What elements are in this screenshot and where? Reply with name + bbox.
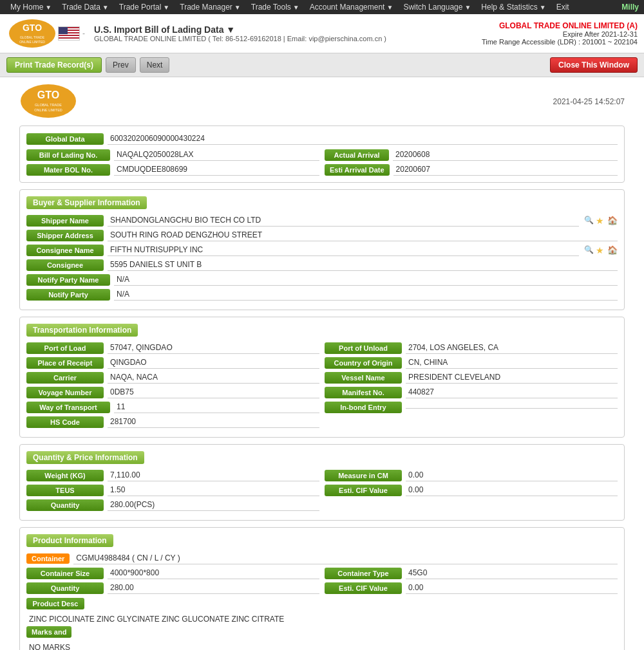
consignee-row: Consignee 5595 DANIELS ST UNIT B	[26, 259, 618, 271]
nav-trade-manager[interactable]: Trade Manager▼	[175, 1, 246, 13]
quantity-price-section: Quantity & Price Information Weight (KG)…	[19, 444, 625, 521]
buyer-supplier-title: Buyer & Supplier Information	[26, 196, 147, 209]
measure-in-cm-label: Measure in CM	[325, 470, 402, 481]
svg-text:GLOBAL TRADE: GLOBAL TRADE	[35, 103, 62, 107]
vessel-name-value: PRESIDENT CLEVELAND	[406, 371, 618, 384]
container-value: CGMU4988484 ( CN / L / CY )	[73, 552, 618, 564]
svg-text:GTO: GTO	[22, 23, 41, 33]
esti-cif-label: Esti. CIF Value	[325, 485, 402, 496]
nav-exit[interactable]: Exit	[551, 1, 574, 13]
voyage-number-value: 0DB75	[108, 386, 319, 398]
consignee-icons: 🔍 ★ 🏠	[582, 245, 618, 255]
shipper-address-label: Shipper Address	[26, 230, 104, 241]
document-timestamp: 2021-04-25 14:52:07	[553, 97, 625, 106]
marks-label: Marks and	[26, 626, 71, 638]
measure-in-cm-value: 0.00	[406, 469, 618, 481]
actual-arrival-value: 20200608	[393, 149, 618, 161]
main-content: GTO GLOBAL TRADE ONLINE LIMITED 2021-04-…	[0, 77, 644, 650]
quantity-price-title: Quantity & Price Information	[26, 451, 144, 464]
global-data-section: Global Data 6003202006090000430224 Bill …	[19, 125, 625, 183]
way-of-transport-value: 11	[114, 401, 319, 413]
bol-label: Bill of Lading No.	[26, 149, 110, 161]
in-bond-entry-value	[406, 405, 618, 409]
svg-text:ONLINE LIMITED: ONLINE LIMITED	[34, 108, 62, 112]
notify-party-name-label: Notify Party Name	[26, 274, 110, 286]
top-toolbar: Print Trade Record(s) Prev Next Close Th…	[0, 53, 644, 77]
consignee-home-icon[interactable]: 🏠	[607, 245, 618, 255]
shipper-star-icon[interactable]: ★	[596, 216, 606, 226]
dropdown-arrow[interactable]: ▼	[226, 24, 235, 35]
in-bond-entry-label: In-bond Entry	[325, 402, 402, 413]
place-of-receipt-value: QINGDAO	[108, 357, 319, 369]
shipper-icons: 🔍 ★ 🏠	[582, 216, 618, 226]
print-button-top[interactable]: Print Trade Record(s)	[6, 57, 102, 73]
vessel-name-label: Vessel Name	[325, 372, 402, 384]
product-section: Product Information Container CGMU498848…	[19, 527, 625, 650]
transportation-section: Transportation Information Port of Load …	[19, 317, 625, 438]
quantity-value-qp: 280.00(PCS)	[108, 499, 319, 511]
mater-bol-label: Mater BOL No.	[26, 164, 110, 176]
way-of-transport-label: Way of Transport	[26, 402, 110, 413]
nav-help-statistics[interactable]: Help & Statistics▼	[476, 1, 551, 13]
header-title: U.S. Import Bill of Lading Data ▼ GLOBAL…	[94, 24, 482, 42]
container-size-label: Container Size	[26, 568, 104, 579]
next-button-top[interactable]: Next	[140, 57, 170, 73]
svg-text:ONLINE LIMITED: ONLINE LIMITED	[19, 40, 45, 44]
global-data-value: 6003202006090000430224	[108, 133, 618, 145]
manifest-no-value: 440827	[406, 386, 618, 398]
svg-rect-14	[59, 39, 80, 40]
country-of-origin-value: CN, CHINA	[406, 357, 618, 369]
shipper-name-label: Shipper Name	[26, 215, 104, 227]
place-of-receipt-label: Place of Receipt	[26, 357, 104, 369]
doc-logo: GTO GLOBAL TRADE ONLINE LIMITED	[19, 84, 77, 119]
product-title: Product Information	[26, 534, 113, 547]
product-desc-label: Product Desc	[26, 598, 84, 609]
product-esti-cif-value: 0.00	[406, 582, 618, 594]
manifest-no-label: Manifest No.	[325, 387, 402, 398]
product-quantity-label: Quantity	[26, 582, 104, 594]
page-header: GTO GLOBAL TRADE ONLINE LIMITED - U.S. I…	[0, 14, 644, 53]
notify-party-row: Notify Party N/A	[26, 288, 618, 301]
close-button-top[interactable]: Close This Window	[550, 57, 638, 73]
shipper-address-value: SOUTH RING ROAD DENGZHOU STREET	[108, 229, 618, 241]
port-of-load-label: Port of Load	[26, 342, 104, 354]
gto-logo: GTO GLOBAL TRADE ONLINE LIMITED	[6, 17, 58, 50]
company-name: GLOBAL TRADE ONLINE LIMITED (A)	[482, 21, 638, 30]
nav-switch-language[interactable]: Switch Language▼	[398, 1, 476, 13]
consignee-label: Consignee	[26, 259, 104, 271]
container-badge: Container	[26, 553, 70, 564]
consignee-value: 5595 DANIELS ST UNIT B	[108, 259, 618, 271]
document-header: GTO GLOBAL TRADE ONLINE LIMITED 2021-04-…	[19, 84, 625, 119]
hs-code-label: HS Code	[26, 416, 104, 428]
page-title: U.S. Import Bill of Lading Data ▼	[94, 24, 482, 35]
container-type-label: Container Type	[325, 568, 402, 579]
voyage-number-label: Voyage Number	[26, 387, 104, 398]
shipper-name-row: Shipper Name SHANDONGLANGCHU BIO TECH CO…	[26, 214, 618, 227]
hs-code-value: 281700	[108, 416, 319, 428]
carrier-value: NAQA, NACA	[108, 371, 319, 384]
consignee-star-icon[interactable]: ★	[596, 245, 606, 255]
user-name: Milly	[621, 3, 639, 12]
time-range-info: Time Range Accessible (LDR) : 201001 ~ 2…	[482, 38, 638, 46]
port-of-load-value: 57047, QINGDAO	[108, 342, 319, 354]
nav-trade-portal[interactable]: Trade Portal▼	[114, 1, 175, 13]
nav-trade-tools[interactable]: Trade Tools▼	[246, 1, 305, 13]
esti-arrival-label: Esti Arrival Date	[325, 164, 390, 176]
prev-button-top[interactable]: Prev	[106, 57, 136, 73]
nav-account-management[interactable]: Account Management▼	[305, 1, 399, 13]
port-of-unload-label: Port of Unload	[325, 342, 402, 354]
bol-value: NAQALQ2050028LAX	[114, 149, 319, 161]
weight-label: Weight (KG)	[26, 470, 104, 481]
nav-trade-data[interactable]: Trade Data▼	[57, 1, 114, 13]
svg-rect-16	[59, 27, 68, 34]
svg-rect-12	[59, 36, 80, 37]
transportation-title: Transportation Information	[26, 324, 138, 337]
nav-my-home[interactable]: My Home▼	[5, 1, 57, 13]
shipper-home-icon[interactable]: 🏠	[607, 216, 618, 226]
country-of-origin-label: Country of Origin	[325, 357, 402, 369]
container-type-value: 45G0	[406, 567, 618, 579]
product-desc-value: ZINC PICOLINATE ZINC GLYCINATE ZINC GLUC…	[26, 615, 618, 624]
svg-rect-11	[59, 35, 80, 36]
shipper-search-icon[interactable]: 🔍	[584, 216, 594, 226]
consignee-search-icon[interactable]: 🔍	[584, 245, 594, 255]
